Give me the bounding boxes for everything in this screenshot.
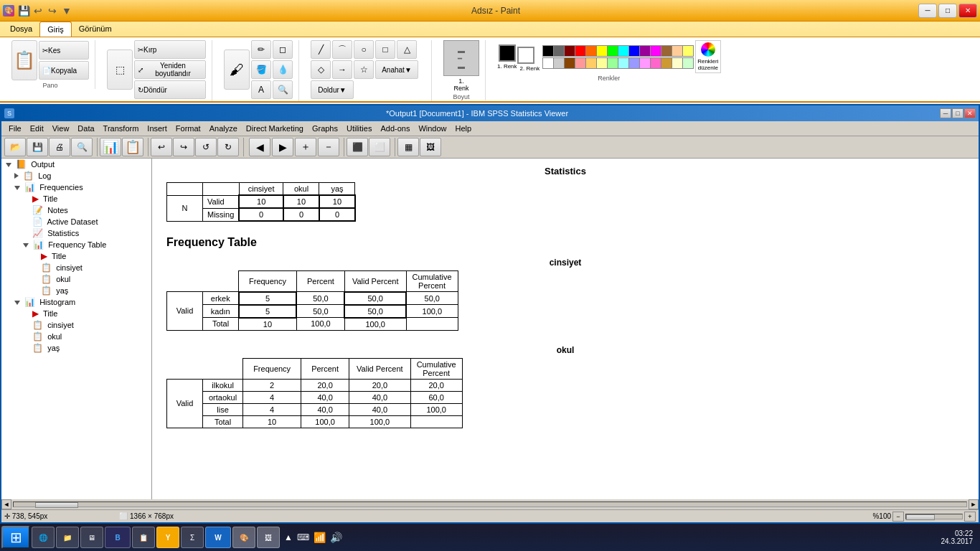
color-lightyellow[interactable] [682, 45, 694, 57]
resim-label: Resim [147, 99, 166, 101]
color-lightorange[interactable] [585, 57, 597, 69]
fircalar-btn[interactable]: 🖌 [224, 50, 250, 90]
boyut-label: Boyut [453, 92, 469, 100]
color-paleyellow[interactable] [596, 57, 608, 69]
anahat-btn[interactable]: Anahat▼ [375, 60, 418, 79]
color-blue[interactable] [628, 45, 640, 57]
ribbon-tabs: Dosya Giriş Görünüm [0, 22, 980, 37]
star-shape[interactable]: ☆ [354, 60, 374, 79]
color-lightmagenta[interactable] [639, 57, 651, 69]
line-shape[interactable]: ╱ [311, 40, 331, 59]
save-quick-btn[interactable]: 💾 [17, 4, 30, 17]
color1-swatch[interactable] [499, 44, 516, 62]
color-lightgreen[interactable] [607, 57, 618, 69]
araclar-label: Araçlar [248, 99, 269, 101]
diamond-shape[interactable]: ◇ [311, 60, 331, 79]
paint-title: Adsız - Paint [73, 6, 918, 16]
color-red[interactable] [575, 45, 586, 57]
arrow-shape[interactable]: → [332, 60, 352, 79]
text-tool[interactable]: A [251, 80, 271, 99]
fill-tool[interactable]: 🪣 [251, 60, 271, 79]
color-green[interactable] [607, 45, 618, 57]
tab-dosya[interactable]: Dosya [3, 22, 39, 37]
paint-minimize-btn[interactable]: ─ [918, 4, 937, 18]
color-brown[interactable] [661, 45, 672, 57]
ribbon-group-renkler: 1. Renk 2. Renk [491, 40, 727, 82]
paint-ribbon: Dosya Giriş Görünüm 📋 ✂ Kes 📄 Kopyala Pa… [0, 22, 980, 103]
kes-btn[interactable]: ✂ Kes [39, 41, 89, 60]
yeniden-btn[interactable]: ⤢ Yeniden boyutlandır [134, 60, 206, 79]
eraser-tool[interactable]: ◻ [273, 40, 293, 59]
ribbon-group-araclar: 🖌 ✏ 🪣 A ◻ 💧 🔍 Araçlar [218, 40, 299, 101]
zoom-tool[interactable]: 🔍 [273, 80, 293, 99]
dondur-btn[interactable]: ↻ Döndür [134, 80, 206, 99]
color-darkred[interactable] [564, 45, 575, 57]
color-cyan[interactable] [618, 45, 629, 57]
tab-gorunum[interactable]: Görünüm [72, 22, 119, 37]
color-orange[interactable] [585, 45, 597, 57]
color-yellow[interactable] [596, 45, 608, 57]
quick-access-toolbar: 💾 ↩ ↪ ▼ [17, 4, 73, 17]
oval-shape[interactable]: ○ [354, 40, 374, 59]
ribbon-group-pano: 📋 ✂ Kes 📄 Kopyala Pano [6, 40, 95, 89]
renk-duzenle-btn[interactable]: Renkleridüzenle [695, 40, 720, 73]
color-mintgreen[interactable] [682, 57, 694, 69]
color-black[interactable] [542, 45, 554, 57]
color-peach[interactable] [672, 45, 683, 57]
sekiller-label: Şekiller [357, 99, 379, 101]
dropdown-quick-btn[interactable]: ▼ [60, 4, 73, 17]
curve-shape[interactable]: ⌒ [332, 40, 352, 59]
undo-quick-btn[interactable]: ↩ [32, 4, 44, 17]
tab-giris[interactable]: Giriş [39, 22, 72, 37]
sec-btn[interactable]: ⬚ [107, 50, 133, 90]
color-cream[interactable] [672, 57, 683, 69]
color-lightcyan[interactable] [618, 57, 629, 69]
paint-close-btn[interactable]: ✕ [958, 4, 977, 18]
color-gray[interactable] [553, 45, 565, 57]
color-lightblue[interactable] [628, 57, 640, 69]
yapistir-btn[interactable]: 📋 [11, 40, 37, 80]
kirp-btn[interactable]: ✂ Kırp [134, 40, 206, 59]
kopyala-btn[interactable]: 📄 Kopyala [39, 61, 89, 80]
color-silver[interactable] [553, 57, 565, 69]
pano-label: Pano [42, 80, 57, 89]
ribbon-group-boyut: ▬━▬ 1.Renk Boyut [438, 40, 486, 100]
ribbon-content: 📋 ✂ Kes 📄 Kopyala Pano ⬚ ✂ Kırp ⤢ Yenide… [0, 37, 980, 101]
paint-maximize-btn[interactable]: □ [938, 4, 957, 18]
rect-shape[interactable]: □ [375, 40, 395, 59]
ribbon-group-sekiller: ╱ ⌒ ○ □ △ ◇ → ☆ Anahat▼ Doldur▼ Şekiller [305, 40, 432, 101]
picker-tool[interactable]: 💧 [273, 60, 293, 79]
color-olive[interactable] [564, 57, 575, 69]
titlebar-left: 🎨 💾 ↩ ↪ ▼ [3, 4, 73, 17]
triangle-shape[interactable]: △ [397, 40, 417, 59]
color-white[interactable] [542, 57, 554, 69]
renkler-label: Renkler [598, 73, 620, 82]
color-pink[interactable] [575, 57, 586, 69]
color2-swatch[interactable] [517, 47, 534, 64]
color-magenta[interactable] [650, 45, 661, 57]
color-tan[interactable] [661, 57, 672, 69]
pencil-tool[interactable]: ✏ [251, 40, 271, 59]
paint-app-icon: 🎨 [3, 5, 14, 17]
paint-window-controls: ─ □ ✕ [918, 4, 977, 18]
redo-quick-btn[interactable]: ↪ [46, 4, 59, 17]
paint-titlebar: 🎨 💾 ↩ ↪ ▼ Adsız - Paint ─ □ ✕ [0, 0, 980, 22]
color-purple[interactable] [639, 45, 651, 57]
ribbon-group-resim: ⬚ ✂ Kırp ⤢ Yeniden boyutlandır ↻ Döndür … [101, 40, 212, 101]
color-rose[interactable] [650, 57, 661, 69]
doldur-shape-btn[interactable]: Doldur▼ [311, 80, 354, 99]
